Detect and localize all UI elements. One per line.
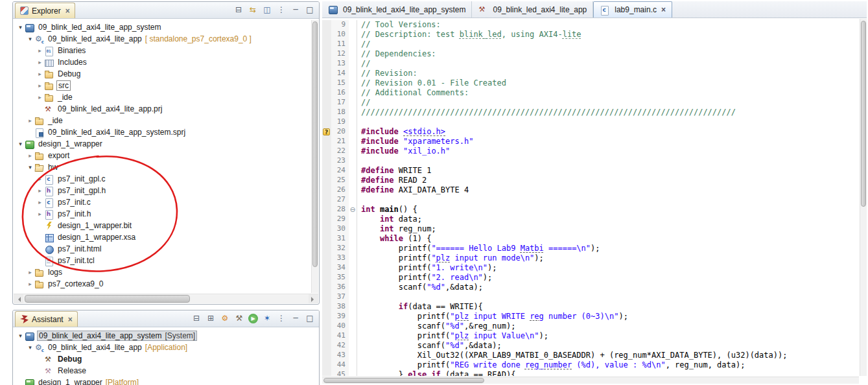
code-line[interactable]: 18//////////////////////////////////////…	[322, 108, 859, 117]
tab-close-icon[interactable]: ×	[661, 5, 666, 14]
code-line[interactable]: 23	[322, 156, 859, 166]
code-line[interactable]: 31 while (1) {	[322, 234, 859, 244]
tree-item[interactable]: ▾09_blink_led_axi4_lite_app_system	[14, 21, 311, 33]
code-line[interactable]: 29 int data;	[322, 215, 859, 224]
editor-horizontal-scrollbar[interactable]	[322, 377, 859, 384]
code-line[interactable]: 40 scanf("%d",&reg_num);	[322, 321, 859, 331]
view-menu-icon[interactable]: ⋮	[276, 5, 287, 15]
code-line[interactable]: 15// Revision 0.01 - File Created	[322, 78, 859, 88]
twistie-icon[interactable]: ▾	[16, 141, 25, 147]
twistie-icon[interactable]: ▾	[16, 24, 25, 30]
code-line[interactable]: 45 } else if (data == READ){	[322, 370, 859, 376]
view-menu-icon[interactable]: ⋮	[276, 313, 287, 323]
code-line[interactable]: 24#define WRITE 1	[322, 166, 859, 176]
tree-item[interactable]: ▸src	[14, 80, 311, 91]
tree-item[interactable]: ▸logs	[14, 266, 311, 278]
code-line[interactable]: ?20#include <stdio.h>	[322, 127, 859, 137]
tree-item[interactable]: ▸Includes	[14, 56, 311, 68]
tree-item[interactable]: ps7_init.tcl	[14, 255, 311, 266]
tree-item[interactable]: ▸ps7_cortexa9_0	[14, 278, 311, 290]
twistie-icon[interactable]: ▾	[16, 332, 25, 339]
tree-item[interactable]: ▾09_blink_led_axi4_lite_app_system[Syste…	[14, 330, 311, 342]
code-line[interactable]: 16// Additional Comments:	[322, 88, 859, 98]
tree-item[interactable]: Debug	[14, 353, 311, 365]
scrollbar-thumb[interactable]	[312, 21, 318, 267]
explorer-horizontal-scrollbar[interactable]	[14, 294, 318, 303]
tree-item[interactable]: ▸ps7_init_gpl.c	[14, 173, 311, 185]
code-line[interactable]: 11//	[322, 40, 859, 49]
twistie-icon[interactable]: ▸	[26, 281, 34, 287]
tree-item[interactable]: ▸ps7_init_gpl.h	[14, 185, 311, 196]
code-line[interactable]: 39 printf("plz input WRITE reg number (0…	[322, 312, 859, 321]
scrollbar-thumb[interactable]	[861, 21, 866, 207]
close-view-icon[interactable]: ×	[68, 315, 73, 324]
tree-item[interactable]: design_1_wrapper.xsa	[14, 231, 311, 243]
code-line[interactable]: 33 printf("plz input run mode\n");	[322, 253, 859, 263]
build-icon[interactable]: ⚒	[234, 313, 244, 323]
tree-item[interactable]: ▸Binaries	[14, 45, 311, 56]
scrollbar-track[interactable]	[322, 377, 859, 384]
tree-item[interactable]: ▾09_blink_led_axi4_lite_app[Application]	[14, 342, 311, 353]
explorer-vertical-scrollbar[interactable]	[311, 20, 318, 293]
select-target-icon[interactable]: ◫	[262, 5, 272, 15]
tree-item[interactable]: ▾design_1_wrapper	[14, 138, 311, 150]
twistie-icon[interactable]: ▸	[26, 117, 34, 124]
twistie-icon[interactable]: ▾	[26, 164, 34, 170]
explorer-view-tab[interactable]: Explorer ×	[15, 3, 75, 18]
scrollbar-track[interactable]	[23, 294, 309, 303]
fold-collapse-icon[interactable]: ⊖	[349, 205, 357, 215]
code-line[interactable]: 17//	[322, 98, 859, 108]
code-line[interactable]: 44 printf("REG write done reg_number (%d…	[322, 360, 859, 370]
collapse-all-icon[interactable]: ⊟	[191, 313, 202, 323]
code-line[interactable]: 43 Xil_Out32((XPAR_LAB9_MATBI_0_BASEADDR…	[322, 351, 859, 360]
scrollbar-thumb[interactable]	[25, 295, 190, 303]
code-line[interactable]: 35 printf("2. read\n");	[322, 273, 859, 283]
code-line[interactable]: 19	[322, 117, 859, 127]
editor-tab[interactable]: 09_blink_led_axi4_lite_app	[472, 1, 593, 18]
tree-item[interactable]: ▸_ide	[14, 115, 311, 126]
minimize-icon[interactable]: ─	[290, 313, 301, 323]
tree-item[interactable]: design_1_wrapper.bit	[14, 220, 311, 231]
code-line[interactable]: 42 scanf("%d",&data);	[322, 341, 859, 351]
tree-item[interactable]: ▸_ide	[14, 91, 311, 103]
link-with-editor-icon[interactable]: ⇆	[248, 5, 258, 15]
code-line[interactable]: 14// Revision:	[322, 69, 859, 78]
run-icon[interactable]: ▶	[248, 314, 258, 323]
twistie-icon[interactable]: ▸	[36, 94, 44, 100]
twistie-icon[interactable]: ▸	[36, 187, 44, 194]
editor-tab[interactable]: lab9_main.c×	[593, 1, 672, 18]
tree-item[interactable]: ▸ps7_init.h	[14, 208, 311, 220]
twistie-icon[interactable]: ▸	[36, 71, 44, 77]
code-line[interactable]: 34 printf("1. write\n");	[322, 263, 859, 273]
scroll-right-icon[interactable]	[309, 294, 318, 303]
twistie-icon[interactable]: ▸	[36, 82, 44, 89]
maximize-icon[interactable]: □	[305, 313, 315, 323]
twistie-icon[interactable]: ▸	[36, 211, 44, 217]
problem-marker-icon[interactable]: ?	[323, 128, 330, 135]
code-line[interactable]: 32 printf("====== Hello Lab9 Matbi =====…	[322, 244, 859, 253]
twistie-icon[interactable]: ▾	[26, 36, 34, 42]
code-line[interactable]: 9// Tool Versions:	[322, 20, 859, 30]
code-editor[interactable]: 9// Tool Versions:10// Description: test…	[322, 19, 859, 376]
scroll-left-icon[interactable]	[14, 294, 23, 303]
editor-tab[interactable]: 09_blink_led_axi4_lite_app_system	[322, 1, 472, 18]
code-line[interactable]: 38 if(data == WRITE){	[322, 302, 859, 312]
assistant-view-tab[interactable]: Assistant ×	[15, 311, 78, 327]
twistie-icon[interactable]: ▸	[26, 152, 34, 159]
code-line[interactable]: 21#include "xparameters.h"	[322, 137, 859, 146]
close-view-icon[interactable]: ×	[65, 6, 70, 16]
twistie-icon[interactable]: ▸	[36, 59, 44, 65]
tree-item[interactable]: Release	[14, 365, 311, 377]
code-line[interactable]: 26#define AXI_DATA_BYTE 4	[322, 185, 859, 195]
tree-item[interactable]: ▸export	[14, 150, 311, 161]
twistie-icon[interactable]: ▸	[36, 199, 44, 205]
expand-all-icon[interactable]: ⊞	[205, 313, 216, 323]
tree-item[interactable]: 09_blink_led_axi4_lite_app_system.sprj	[14, 126, 311, 138]
tree-item[interactable]: ▸Debug	[14, 68, 311, 80]
code-line[interactable]: 13//	[322, 59, 859, 69]
twistie-icon[interactable]: ▾	[26, 344, 34, 351]
tree-item[interactable]: design_1_wrapper[Platform]	[14, 377, 311, 385]
code-line[interactable]: 22#include "xil_io.h"	[322, 146, 859, 156]
twistie-icon[interactable]: ▸	[36, 47, 44, 54]
tree-item[interactable]: ▸ps7_init.c	[14, 196, 311, 208]
